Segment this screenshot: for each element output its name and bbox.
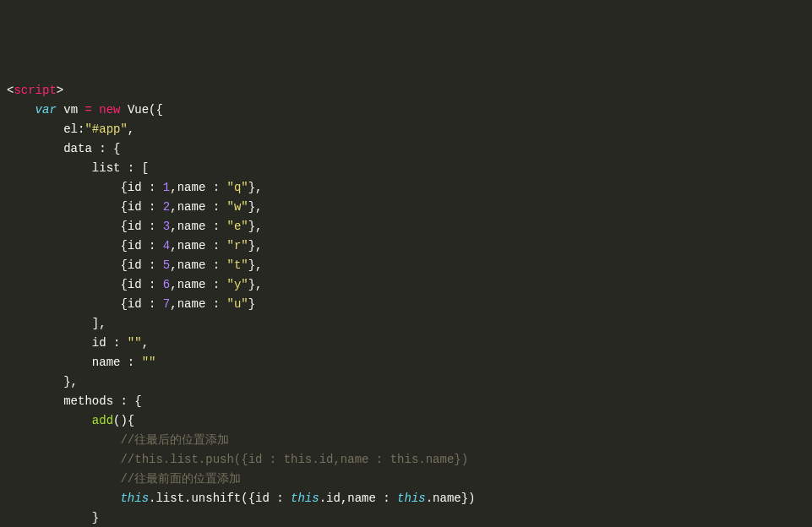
id-val: 1 xyxy=(163,181,170,194)
data-prop: data xyxy=(63,142,92,155)
brace-close: }, xyxy=(63,375,78,388)
item-open: { xyxy=(120,239,127,253)
name-prop-val: "" xyxy=(142,356,156,369)
script-open-tag: script xyxy=(14,84,56,97)
colon: : xyxy=(106,336,128,350)
id-val: 3 xyxy=(163,220,170,233)
id-part: .id,name : xyxy=(319,492,397,505)
id-key: id xyxy=(128,200,142,214)
id-prop: id xyxy=(92,336,106,350)
vm-var: vm xyxy=(63,103,78,117)
colon-brace: : { xyxy=(92,142,121,155)
this-2: this xyxy=(291,492,319,505)
id-key: id xyxy=(128,258,142,272)
name-key: name xyxy=(177,297,206,311)
item-close: }, xyxy=(248,181,263,194)
id-key: id xyxy=(128,297,142,311)
id-key: id xyxy=(128,181,142,194)
comma: , xyxy=(142,336,149,350)
item-open: { xyxy=(120,220,127,233)
colon: : xyxy=(142,258,163,272)
id-key: id xyxy=(128,278,142,291)
name-val: "w" xyxy=(227,200,248,214)
name-key: name xyxy=(177,239,206,253)
colon: : xyxy=(142,239,163,253)
list-prop: list xyxy=(92,161,121,175)
name-val: "r" xyxy=(227,239,248,253)
item-open: { xyxy=(120,200,127,214)
item-close: }, xyxy=(248,200,263,214)
comma: , xyxy=(170,239,177,253)
id-val: 4 xyxy=(163,239,170,253)
methods-prop: methods xyxy=(63,394,113,408)
colon: : xyxy=(120,356,141,369)
item-close: } xyxy=(248,297,255,311)
bracket-close: ], xyxy=(92,317,106,330)
name-val: "y" xyxy=(227,278,248,291)
name-val: "q" xyxy=(227,181,248,194)
item-open: { xyxy=(120,181,127,194)
comma: , xyxy=(170,220,177,233)
new-keyword: new xyxy=(99,103,120,117)
colon: : xyxy=(142,200,163,214)
item-open: { xyxy=(120,278,127,291)
el-prop: el xyxy=(63,122,78,136)
name-val: "e" xyxy=(227,220,248,233)
name-key: name xyxy=(177,258,206,272)
colon-brace: : { xyxy=(113,394,142,408)
vue-class: Vue xyxy=(128,103,149,117)
item-open: { xyxy=(120,297,127,311)
name-key: name xyxy=(177,181,206,194)
name-part: .name}) xyxy=(426,492,476,505)
comma: , xyxy=(128,122,134,136)
colon: : xyxy=(205,200,226,214)
comma: , xyxy=(170,200,177,214)
colon: : xyxy=(142,181,163,194)
equals-op: = xyxy=(84,103,91,117)
colon: : xyxy=(205,181,226,194)
name-val: "t" xyxy=(227,258,248,272)
comment-3: //往最前面的位置添加 xyxy=(120,472,241,486)
parens-brace: (){ xyxy=(113,414,134,427)
id-val: 5 xyxy=(163,258,170,272)
var-keyword: var xyxy=(35,103,57,117)
id-val: 2 xyxy=(163,200,170,214)
list-unshift: .list.unshift({id : xyxy=(149,492,291,505)
colon: : xyxy=(205,258,226,272)
name-val: "u" xyxy=(227,297,248,311)
comment-1: //往最后的位置添加 xyxy=(120,433,229,447)
add-method: add xyxy=(92,414,113,427)
item-close: }, xyxy=(248,258,263,272)
brace-close: } xyxy=(92,511,99,524)
colon: : xyxy=(205,297,226,311)
comma: , xyxy=(170,297,177,311)
this-3: this xyxy=(397,492,426,505)
name-prop: name xyxy=(92,356,121,369)
colon: : xyxy=(142,220,163,233)
colon: : xyxy=(205,278,226,291)
item-close: }, xyxy=(248,278,263,291)
id-val: 6 xyxy=(163,278,170,291)
comma: , xyxy=(170,258,177,272)
id-key: id xyxy=(128,239,142,253)
id-key: id xyxy=(128,220,142,233)
id-val: 7 xyxy=(163,297,170,311)
colon: : xyxy=(205,220,226,233)
comment-2: //this.list.push({id : this.id,name : th… xyxy=(120,453,468,466)
name-key: name xyxy=(177,220,206,233)
comma: , xyxy=(170,278,177,291)
colon: : xyxy=(205,239,226,253)
name-key: name xyxy=(177,200,206,214)
id-prop-val: "" xyxy=(128,336,142,350)
item-close: }, xyxy=(248,239,263,253)
name-key: name xyxy=(177,278,206,291)
this-1: this xyxy=(120,492,149,505)
item-close: }, xyxy=(248,220,263,233)
angle-close: > xyxy=(57,84,63,97)
code-editor[interactable]: <script> var vm = new Vue({ el:"#app", d… xyxy=(7,81,805,527)
colon: : xyxy=(142,278,163,291)
paren-brace: ({ xyxy=(149,103,163,117)
colon-bracket: : [ xyxy=(120,161,149,175)
el-value: "#app" xyxy=(84,122,127,136)
item-open: { xyxy=(120,258,127,272)
